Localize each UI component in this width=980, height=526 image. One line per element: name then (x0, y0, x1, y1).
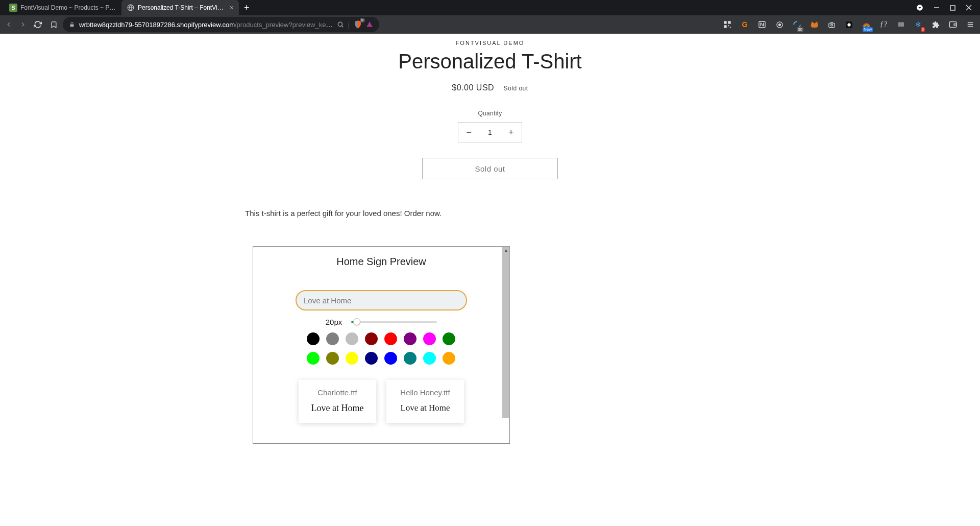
url-path: /products_preview?preview_key... (235, 21, 333, 29)
svg-point-18 (830, 24, 832, 26)
svg-rect-23 (954, 24, 957, 26)
quantity-label: Quantity (0, 110, 980, 117)
color-swatch[interactable] (307, 352, 320, 365)
font-card[interactable]: Hello Honey.ttfLove at Home (386, 380, 464, 423)
ext-calendar-badge: 30 (797, 27, 803, 32)
address-bar: wrbttew8qzzldh79-55701897286.shopifyprev… (0, 15, 980, 34)
svg-rect-3 (950, 6, 955, 10)
search-icon[interactable] (337, 21, 344, 28)
color-swatch[interactable] (384, 332, 397, 345)
forward-icon[interactable] (19, 21, 27, 28)
price: $0.00 USD (452, 83, 494, 92)
font-sample: Love at Home (304, 403, 371, 414)
profile-icon[interactable] (916, 4, 923, 11)
close-tab-icon[interactable]: × (230, 4, 234, 12)
brave-shield-icon[interactable]: 9 (354, 20, 362, 29)
preview-title: Home Sign Preview (253, 256, 509, 268)
sold-out-button[interactable]: Sold out (422, 158, 558, 179)
color-swatch[interactable] (404, 332, 416, 345)
svg-rect-11 (724, 25, 726, 28)
qty-increase-button[interactable]: + (501, 127, 522, 138)
page-viewport[interactable]: FONTVISUAL DEMO Personalized T-Shirt $0.… (0, 34, 980, 526)
store-name: FONTVISUAL DEMO (0, 40, 980, 46)
url-input[interactable]: wrbttew8qzzldh79-55701897286.shopifyprev… (63, 17, 379, 32)
color-swatch[interactable] (365, 332, 378, 345)
color-swatch[interactable] (326, 332, 339, 345)
product-title: Personalized T-Shirt (0, 50, 980, 73)
qty-decrease-button[interactable]: − (458, 127, 479, 138)
color-swatch[interactable] (346, 332, 358, 345)
slider-thumb[interactable] (353, 318, 360, 325)
color-swatch[interactable] (307, 332, 320, 345)
svg-point-7 (338, 22, 342, 26)
ext-function-icon[interactable]: ƒ? (879, 20, 888, 29)
svg-rect-13 (730, 27, 731, 28)
font-card[interactable]: Charlotte.ttfLove at Home (299, 380, 376, 423)
new-tab-button[interactable]: + (239, 3, 255, 13)
ext-circle-icon[interactable] (775, 20, 784, 29)
color-swatch[interactable] (384, 352, 397, 365)
window-controls (916, 4, 980, 11)
preview-scrollbar[interactable] (502, 247, 509, 418)
color-swatch[interactable] (423, 332, 436, 345)
color-swatch[interactable] (404, 352, 416, 365)
svg-point-16 (778, 23, 780, 26)
ext-record-icon[interactable] (844, 20, 853, 29)
color-swatch[interactable] (443, 332, 455, 345)
ext-snowflake-icon[interactable]: ❄3 (914, 20, 923, 29)
reload-icon[interactable] (34, 20, 42, 29)
tab-bar: S FontVisual Demo ~ Products ~ Person Pe… (0, 0, 980, 15)
ext-chat-icon[interactable] (896, 20, 905, 29)
ext-calendar-icon[interactable]: 30 (792, 20, 801, 29)
qty-value: 1 (479, 128, 500, 136)
divider: | (348, 21, 350, 29)
ext-qr-icon[interactable] (723, 20, 732, 29)
font-sample: Love at Home (391, 403, 459, 413)
svg-rect-22 (949, 22, 956, 28)
color-swatch[interactable] (326, 352, 339, 365)
scroll-up-icon[interactable]: ▲ (504, 248, 508, 253)
sold-out-tag: Sold out (504, 85, 528, 92)
brave-rewards-icon[interactable] (366, 21, 373, 28)
ext-camera-icon[interactable] (827, 20, 836, 29)
svg-rect-21 (898, 22, 903, 27)
svg-rect-9 (724, 21, 726, 23)
ext-rainbow-icon[interactable]: New (862, 20, 871, 29)
tab-title: FontVisual Demo ~ Products ~ Person (20, 4, 116, 11)
url-host: wrbttew8qzzldh79-55701897286.shopifyprev… (79, 21, 235, 29)
product-page: FONTVISUAL DEMO Personalized T-Shirt $0.… (0, 34, 980, 444)
color-swatch[interactable] (346, 352, 358, 365)
preview-text-input[interactable] (296, 290, 467, 310)
minimize-icon[interactable] (934, 5, 940, 11)
back-icon[interactable] (5, 21, 12, 28)
size-slider[interactable] (351, 321, 437, 323)
maximize-icon[interactable] (950, 5, 955, 11)
shield-count: 9 (360, 18, 365, 22)
tab-active[interactable]: Personalized T-Shirt – FontVisual × (121, 0, 239, 15)
color-swatch[interactable] (443, 352, 455, 365)
size-label: 20px (326, 318, 342, 326)
color-swatch[interactable] (365, 352, 378, 365)
wallet-icon[interactable] (948, 20, 958, 29)
browser-chrome: S FontVisual Demo ~ Products ~ Person Pe… (0, 0, 980, 34)
ext-metamask-icon[interactable] (810, 20, 819, 29)
ext-notion-icon[interactable] (757, 20, 767, 29)
ext-grammarly-icon[interactable]: G (740, 20, 749, 29)
extensions-icon[interactable] (931, 20, 940, 29)
svg-rect-12 (728, 25, 729, 26)
color-swatches (305, 332, 458, 365)
size-row: 20px (253, 318, 509, 326)
slider-track (351, 321, 437, 323)
nav-buttons (5, 20, 42, 29)
close-window-icon[interactable] (966, 5, 972, 11)
svg-line-8 (341, 26, 343, 27)
menu-icon[interactable] (966, 20, 975, 29)
svg-rect-6 (70, 25, 74, 27)
font-name: Charlotte.ttf (304, 388, 371, 397)
color-swatch[interactable] (423, 352, 436, 365)
url-text: wrbttew8qzzldh79-55701897286.shopifyprev… (79, 21, 333, 29)
tab-title: Personalized T-Shirt – FontVisual (138, 4, 225, 11)
tab-inactive[interactable]: S FontVisual Demo ~ Products ~ Person (4, 0, 121, 15)
preview-widget: ▲ Home Sign Preview 20px Charlotte.ttfLo… (253, 246, 510, 444)
bookmark-icon[interactable] (50, 21, 58, 29)
